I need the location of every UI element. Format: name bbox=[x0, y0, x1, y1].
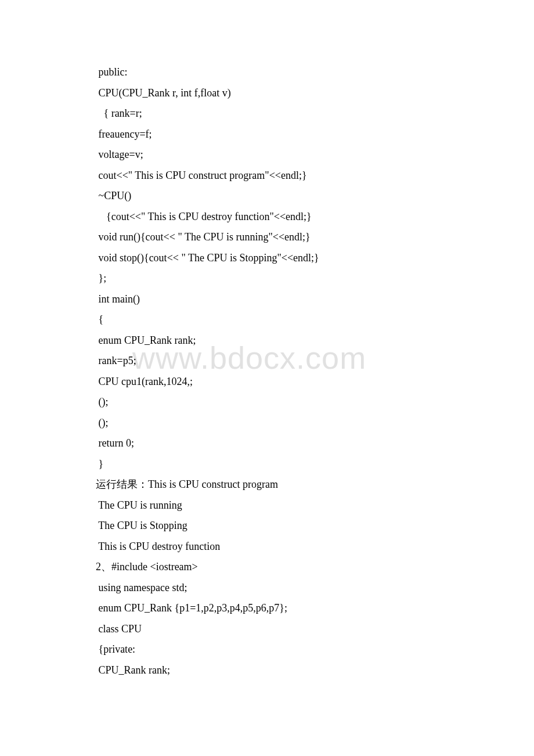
code-line: (); bbox=[96, 397, 459, 407]
output-line: The CPU is running bbox=[96, 500, 459, 510]
code-line: { rank=r; bbox=[96, 108, 459, 118]
code-line: {private: bbox=[96, 644, 459, 654]
code-line: enum CPU_Rank rank; bbox=[96, 335, 459, 345]
code-line: using namespace std; bbox=[96, 582, 459, 593]
code-line: (); bbox=[96, 417, 459, 428]
code-line: int main() bbox=[96, 294, 459, 304]
code-line: { bbox=[96, 314, 459, 325]
code-line: freauency=f; bbox=[96, 129, 459, 139]
code-line: CPU(CPU_Rank r, int f,float v) bbox=[96, 88, 459, 98]
code-line: cout<<" This is CPU construct program"<<… bbox=[96, 170, 459, 181]
code-line: {cout<<" This is CPU destroy function"<<… bbox=[96, 211, 459, 222]
code-line: void run(){cout<< " The CPU is running"<… bbox=[96, 232, 459, 242]
code-line: enum CPU_Rank {p1=1,p2,p3,p4,p5,p6,p7}; bbox=[96, 603, 459, 613]
code-line: CPU cpu1(rank,1024,; bbox=[96, 376, 459, 387]
code-line: class CPU bbox=[96, 624, 459, 634]
code-line: }; bbox=[96, 273, 459, 283]
output-line: This is CPU destroy function bbox=[96, 541, 459, 552]
code-line: voltage=v; bbox=[96, 149, 459, 160]
code-line: rank=p5; bbox=[96, 355, 459, 366]
output-line: The CPU is Stopping bbox=[96, 520, 459, 531]
code-line: } bbox=[96, 459, 459, 469]
code-line: ~CPU() bbox=[96, 190, 459, 201]
document-content: public: CPU(CPU_Rank r, int f,float v) {… bbox=[96, 67, 459, 675]
code-line: public: bbox=[96, 67, 459, 77]
output-line: 运行结果：This is CPU construct program bbox=[96, 479, 459, 489]
code-line: 2、#include <iostream> bbox=[96, 561, 459, 572]
code-line: return 0; bbox=[96, 438, 459, 448]
code-line: CPU_Rank rank; bbox=[96, 665, 459, 675]
code-line: void stop(){cout<< " The CPU is Stopping… bbox=[96, 253, 459, 263]
